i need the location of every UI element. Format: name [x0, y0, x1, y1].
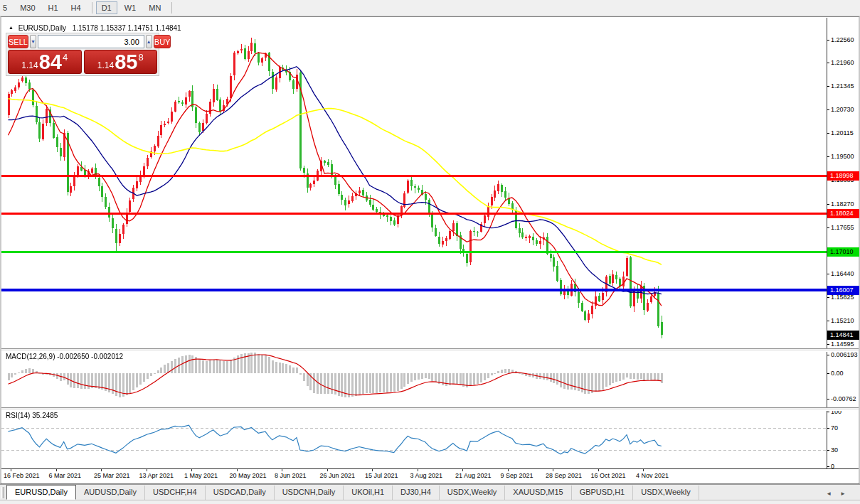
chart-symbol-period: EURUSD,Daily [18, 24, 66, 32]
date-tick-mark [191, 469, 192, 471]
date-tick-mark [643, 469, 644, 471]
date-label: 8 Jun 2021 [275, 472, 307, 479]
date-label: 20 May 2021 [230, 472, 267, 479]
price-tick-label: 1.14595 [831, 341, 854, 348]
macd-tick-label: -0.00762 [831, 395, 856, 402]
sell-price-big: 84 [39, 50, 62, 73]
date-label: 16 Feb 2021 [4, 472, 40, 479]
date-label: 3 Aug 2021 [410, 472, 443, 479]
timeframe-button-h4[interactable]: H4 [65, 1, 87, 14]
timeframe-button-d1[interactable]: D1 [96, 1, 117, 14]
chart-window: ▲ EURUSD,Daily 1.15178 1.15337 1.14751 1… [0, 16, 860, 484]
date-tick-mark [237, 469, 238, 471]
date-label: 26 Jun 2021 [320, 472, 356, 479]
price-tick-label: 1.20730 [831, 106, 854, 113]
chart-tab-bar: EURUSD,DailyAUDUSD,DailyUSDCHF,H4USDCAD,… [0, 484, 860, 500]
chart-title: ▲ EURUSD,Daily 1.15178 1.15337 1.14751 1… [9, 24, 181, 32]
date-tick-mark [327, 469, 328, 471]
timeframe-toolbar: 5M30H1H4D1W1MN [0, 0, 860, 16]
chart-canvas[interactable] [1, 18, 827, 468]
one-click-trade-widget: SELL ▼ ▲ BUY 1.14 84 4 1.14 85 8 [6, 33, 159, 76]
price-tick-label: 1.22560 [831, 36, 854, 43]
tab-scroll-left-icon[interactable]: ◄ [822, 490, 836, 497]
sell-button[interactable]: SELL [8, 35, 28, 48]
date-tick-mark [282, 469, 282, 471]
rsi-tick-label: 70 [831, 424, 838, 431]
buy-price-big: 85 [115, 50, 137, 73]
timeframe-button-m30[interactable]: M30 [14, 1, 41, 14]
tab-scroll-right-icon[interactable]: ► [836, 490, 850, 497]
date-tick-mark [147, 469, 147, 471]
date-tick-mark [598, 469, 599, 471]
date-label: 9 Sep 2021 [501, 472, 533, 479]
date-tick-mark [11, 469, 11, 471]
chart-window-inner: ▲ EURUSD,Daily 1.15178 1.15337 1.14751 1… [1, 18, 859, 483]
sell-price-prefix: 1.14 [21, 60, 38, 70]
chart-tab-usdx-weekly[interactable]: USDX,Weekly [633, 486, 699, 500]
date-tick-mark [418, 469, 418, 471]
price-level-badge: 1.14841 [827, 331, 859, 340]
date-label: 28 Sep 2021 [546, 472, 582, 479]
price-tick-label: 1.16440 [831, 270, 854, 277]
chart-tab-dj30-h4[interactable]: DJ30,H4 [393, 486, 440, 500]
timeframe-button-mn[interactable]: MN [143, 1, 166, 14]
price-tick-label: 1.19500 [831, 153, 854, 160]
price-tick-label: 1.15210 [831, 317, 854, 324]
macd-panel-splitter[interactable] [1, 348, 859, 352]
date-axis: 16 Feb 20216 Mar 202125 Mar 202113 Apr 2… [1, 468, 859, 483]
buy-price-box[interactable]: 1.14 85 8 [84, 50, 158, 74]
date-tick-mark [56, 469, 57, 471]
chart-tab-audusd-daily[interactable]: AUDUSD,Daily [76, 486, 145, 500]
price-tick-label: 1.21345 [831, 82, 854, 90]
sell-price-pip: 4 [63, 52, 68, 63]
tabbar-drag-handle[interactable] [1, 487, 4, 498]
timeframe-button-5[interactable]: 5 [0, 1, 13, 14]
date-label: 1 May 2021 [184, 472, 218, 479]
date-label: 13 Apr 2021 [139, 472, 174, 479]
macd-indicator-label: MACD(12,26,9) -0.002650 -0.002012 [6, 353, 123, 360]
chart-tab-xauusd-m15[interactable]: XAUUSD,M15 [505, 486, 571, 500]
price-level-badge: 1.18998 [827, 171, 859, 181]
price-tick-label: 1.18270 [831, 200, 854, 208]
toolbar-separator [171, 2, 172, 14]
buy-price-pip: 8 [138, 52, 143, 63]
chart-tab-usdcad-daily[interactable]: USDCAD,Daily [206, 486, 275, 500]
buy-button[interactable]: BUY [154, 35, 171, 48]
date-label: 4 Nov 2021 [636, 472, 669, 479]
timeframe-button-w1[interactable]: W1 [119, 1, 142, 14]
rsi-panel-splitter[interactable] [1, 407, 859, 411]
date-label: 21 Aug 2021 [455, 472, 492, 479]
toolbar-separator [92, 2, 92, 14]
chart-tab-gbpusd-h1[interactable]: GBPUSD,H1 [572, 486, 634, 500]
chart-tab-usdchf-h4[interactable]: USDCHF,H4 [145, 486, 206, 500]
collapse-arrow-icon[interactable]: ▲ [9, 25, 14, 30]
date-label: 15 Jul 2021 [365, 472, 398, 479]
volume-input[interactable] [38, 35, 144, 48]
timeframe-button-h1[interactable]: H1 [43, 1, 64, 14]
price-tick-label: 1.17655 [831, 224, 854, 231]
price-axis: 1.225601.219601.213451.207301.201151.195… [827, 18, 859, 468]
rsi-tick-label: 30 [831, 446, 838, 454]
date-tick-mark [372, 469, 373, 471]
date-label: 6 Mar 2021 [49, 472, 82, 479]
buy-price-prefix: 1.14 [97, 60, 114, 70]
price-level-badge: 1.16007 [827, 286, 859, 295]
sell-price-box[interactable]: 1.14 84 4 [8, 50, 82, 74]
rsi-indicator-label: RSI(14) 35.2485 [6, 412, 58, 419]
chart-tab-usdcnh-daily[interactable]: USDCNH,Daily [275, 486, 344, 500]
chart-tab-ukoil-h1[interactable]: UKOil,H1 [344, 486, 393, 500]
date-tick-mark [553, 469, 553, 471]
price-level-badge: 1.18024 [827, 209, 859, 218]
status-strip [0, 500, 860, 504]
chart-tab-eurusd-daily[interactable]: EURUSD,Daily [6, 485, 76, 500]
volume-increase-button[interactable]: ▲ [146, 35, 152, 48]
date-tick-mark [508, 469, 509, 471]
price-tick-label: 1.20115 [831, 129, 854, 136]
date-label: 25 Mar 2021 [94, 472, 130, 479]
date-label: 16 Oct 2021 [591, 472, 626, 479]
chart-ohlc-values: 1.15178 1.15337 1.14751 1.14841 [73, 24, 181, 32]
macd-tick-label: 0.006193 [831, 351, 858, 358]
date-tick-mark [101, 469, 102, 471]
chart-tab-usdx-weekly[interactable]: USDX,Weekly [440, 486, 505, 500]
volume-decrease-button[interactable]: ▼ [30, 35, 36, 48]
